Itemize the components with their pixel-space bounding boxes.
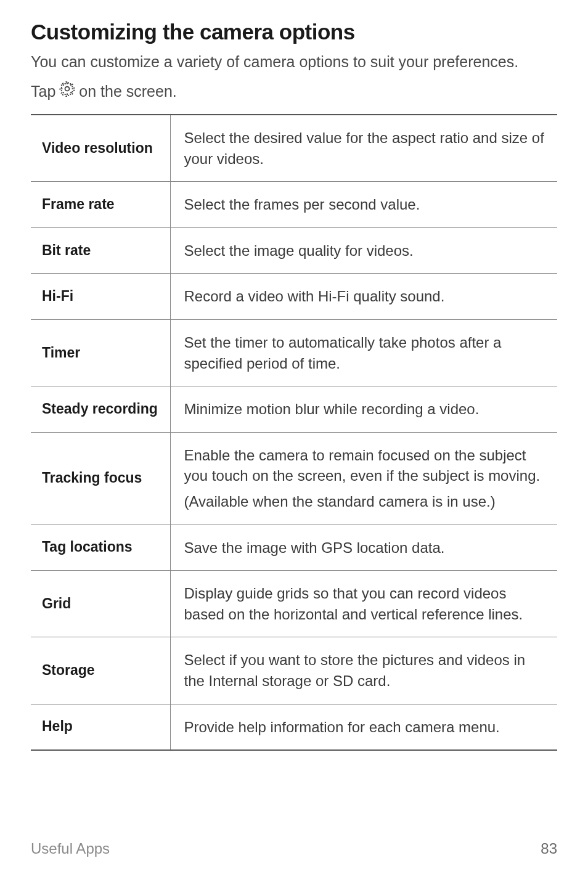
table-row: Frame rate Select the frames per second …: [31, 182, 557, 228]
option-name: Bit rate: [31, 227, 170, 274]
desc-text: Display guide grids so that you can reco…: [184, 583, 545, 624]
option-name: Timer: [31, 319, 170, 386]
tap-suffix: on the screen.: [79, 80, 176, 104]
desc-text: Select the desired value for the aspect …: [184, 128, 545, 169]
option-desc: Select if you want to store the pictures…: [170, 637, 557, 704]
footer-page-number: 83: [541, 840, 557, 857]
option-desc: Set the timer to automatically take phot…: [170, 319, 557, 386]
option-name: Storage: [31, 637, 170, 704]
option-desc: Enable the camera to remain focused on t…: [170, 432, 557, 525]
table-row: Bit rate Select the image quality for vi…: [31, 227, 557, 274]
option-desc: Select the desired value for the aspect …: [170, 115, 557, 182]
option-name: Hi-Fi: [31, 274, 170, 320]
tap-prefix: Tap: [31, 80, 55, 104]
option-name: Tag locations: [31, 525, 170, 571]
desc-text: Record a video with Hi-Fi quality sound.: [184, 286, 545, 307]
table-row: Tag locations Save the image with GPS lo…: [31, 525, 557, 571]
option-name: Help: [31, 704, 170, 750]
page-heading: Customizing the camera options: [31, 20, 557, 44]
page-footer: Useful Apps 83: [31, 840, 557, 857]
table-row: Timer Set the timer to automatically tak…: [31, 319, 557, 386]
option-desc: Display guide grids so that you can reco…: [170, 571, 557, 637]
desc-text: Select the image quality for videos.: [184, 240, 545, 261]
settings-gear-icon: [59, 80, 75, 104]
option-desc: Record a video with Hi-Fi quality sound.: [170, 274, 557, 320]
option-name: Video resolution: [31, 115, 170, 182]
table-row: Hi-Fi Record a video with Hi-Fi quality …: [31, 274, 557, 320]
option-desc: Select the image quality for videos.: [170, 227, 557, 274]
desc-text: Select if you want to store the pictures…: [184, 650, 545, 691]
table-row: Help Provide help information for each c…: [31, 704, 557, 750]
option-desc: Save the image with GPS location data.: [170, 525, 557, 571]
table-row: Storage Select if you want to store the …: [31, 637, 557, 704]
desc-text: Save the image with GPS location data.: [184, 537, 545, 558]
table-row: Video resolution Select the desired valu…: [31, 115, 557, 182]
option-desc: Provide help information for each camera…: [170, 704, 557, 750]
option-name: Steady recording: [31, 386, 170, 433]
camera-options-table: Video resolution Select the desired valu…: [31, 114, 557, 751]
option-desc: Select the frames per second value.: [170, 182, 557, 228]
desc-text: Set the timer to automatically take phot…: [184, 332, 545, 374]
desc-text: Provide help information for each camera…: [184, 717, 545, 738]
option-name: Tracking focus: [31, 432, 170, 525]
footer-section-label: Useful Apps: [31, 840, 110, 857]
option-name: Grid: [31, 571, 170, 637]
table-row: Grid Display guide grids so that you can…: [31, 571, 557, 637]
option-desc: Minimize motion blur while recording a v…: [170, 386, 557, 433]
desc-text: Select the frames per second value.: [184, 194, 545, 215]
table-row: Steady recording Minimize motion blur wh…: [31, 386, 557, 433]
table-body: Video resolution Select the desired valu…: [31, 115, 557, 750]
desc-text: Enable the camera to remain focused on t…: [184, 445, 545, 486]
intro-text: You can customize a variety of camera op…: [31, 51, 557, 74]
desc-text: Minimize motion blur while recording a v…: [184, 399, 545, 420]
tap-instruction: Tap on the screen.: [31, 80, 557, 104]
svg-point-0: [65, 86, 70, 91]
desc-text: (Available when the standard camera is i…: [184, 491, 545, 512]
table-row: Tracking focus Enable the camera to rema…: [31, 432, 557, 525]
option-name: Frame rate: [31, 182, 170, 228]
